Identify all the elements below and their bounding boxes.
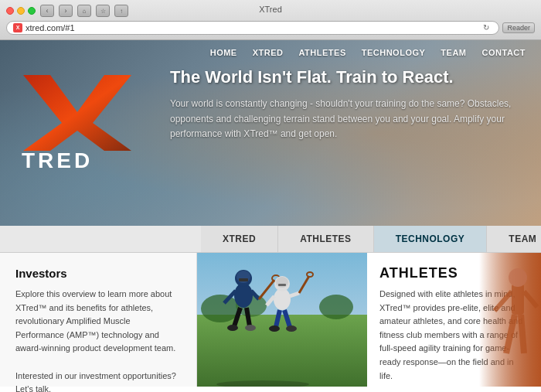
athletes-section: ATHLETES Designed with elite athletes in… (197, 253, 541, 387)
main-content: Investors Explore this overview to learn… (0, 253, 541, 387)
tab-xtred[interactable]: XTRED (201, 226, 278, 252)
nav-contact[interactable]: CONTACT (482, 48, 526, 57)
minimize-button[interactable] (17, 7, 25, 15)
svg-point-20 (245, 325, 256, 331)
tab-bar: XTRED ATHLETES TECHNOLOGY TEAM (0, 226, 541, 253)
nav-athletes[interactable]: ATHLETES (298, 48, 345, 57)
home-button[interactable]: ⌂ (77, 5, 91, 17)
site-navigation: HOME XTRED ATHLETES TECHNOLOGY TEAM CONT… (195, 40, 541, 65)
maximize-button[interactable] (28, 7, 36, 15)
hero-text: The World Isn't Flat. Train to React. Yo… (170, 67, 518, 141)
window-title: XTred (259, 5, 282, 14)
sidebar-heading: Investors (15, 267, 181, 280)
tab-athletes[interactable]: ATHLETES (278, 226, 373, 252)
hero-body: Your world is constantly changing - shou… (170, 97, 518, 141)
athletes-photo (197, 253, 367, 387)
svg-line-18 (247, 308, 250, 326)
runner-overlay (479, 253, 541, 387)
svg-point-21 (274, 288, 291, 310)
svg-rect-4 (197, 315, 367, 387)
close-button[interactable] (6, 7, 14, 15)
back-button[interactable]: ‹ (40, 5, 54, 17)
forward-button[interactable]: › (59, 5, 73, 17)
hero-section: HOME XTRED ATHLETES TECHNOLOGY TEAM CONT… (0, 40, 541, 226)
traffic-lights (6, 7, 36, 15)
address-bar[interactable]: X xtred.com/#1 ↻ (6, 21, 499, 35)
nav-xtred[interactable]: XTRED (253, 48, 284, 57)
favicon: X (13, 23, 22, 32)
site-wrapper: HOME XTRED ATHLETES TECHNOLOGY TEAM CONT… (0, 40, 541, 392)
sidebar-body: Explore this overview to learn more abou… (15, 288, 181, 392)
url-text: xtred.com/#1 (26, 23, 477, 32)
bookmarks-button[interactable]: ☆ (96, 5, 110, 17)
browser-chrome: ‹ › ⌂ ☆ ↑ XTred X xtred.com/#1 ↻ Reader (0, 0, 541, 40)
reload-button[interactable]: ↻ (480, 22, 492, 34)
svg-rect-12 (239, 278, 248, 281)
svg-marker-0 (23, 75, 131, 151)
svg-point-8 (319, 295, 353, 319)
nav-team[interactable]: TEAM (441, 48, 466, 57)
svg-point-6 (201, 295, 240, 322)
svg-rect-24 (278, 284, 286, 286)
nav-home[interactable]: HOME (210, 48, 237, 57)
xtred-logo: TRED (15, 67, 139, 179)
sidebar: Investors Explore this overview to learn… (0, 253, 197, 387)
lacrosse-field-image (197, 253, 367, 387)
svg-point-36 (509, 268, 527, 287)
svg-rect-35 (512, 284, 524, 315)
hero-headline: The World Isn't Flat. Train to React. (170, 67, 518, 87)
svg-point-19 (227, 325, 238, 331)
tab-team[interactable]: TEAM (487, 226, 541, 252)
nav-technology[interactable]: TECHNOLOGY (362, 48, 426, 57)
svg-line-38 (521, 315, 524, 353)
svg-point-31 (269, 326, 280, 332)
reader-button[interactable]: Reader (502, 22, 535, 33)
svg-text:TRED: TRED (22, 148, 93, 172)
tab-technology[interactable]: TECHNOLOGY (374, 226, 488, 252)
share-button[interactable]: ↑ (114, 5, 128, 17)
svg-point-32 (286, 326, 297, 332)
